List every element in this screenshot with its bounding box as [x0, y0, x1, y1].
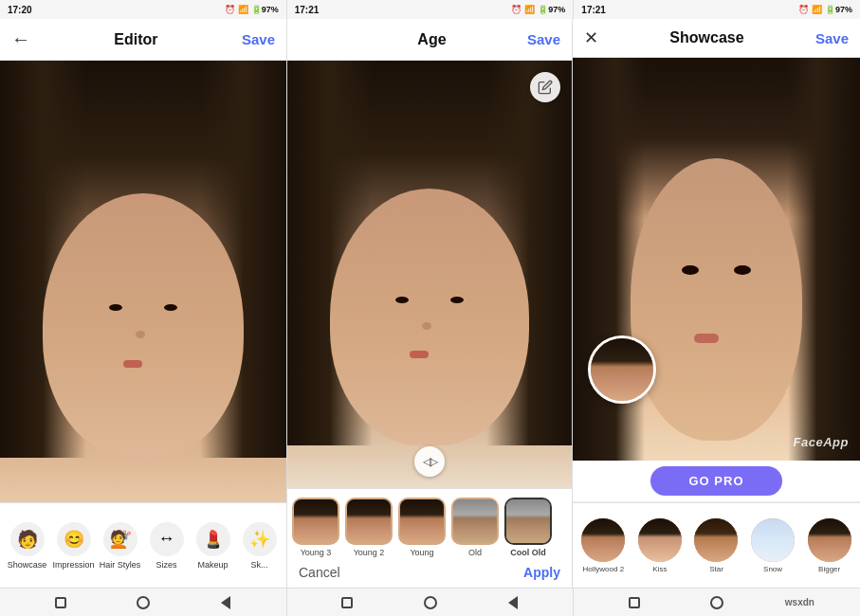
circle-nav-left[interactable]: [136, 595, 151, 610]
filter-young3-thumb: [292, 498, 339, 545]
signal-icon: 📶: [238, 5, 248, 14]
filter-star-face: [694, 518, 738, 562]
tool-showcase-label: Showcase: [8, 560, 47, 570]
back-nav-left[interactable]: [218, 595, 233, 610]
filter-snow-thumb: [751, 518, 795, 562]
tool-hair-styles[interactable]: 💇 Hair Styles: [97, 522, 143, 570]
tool-hair-styles-label: Hair Styles: [100, 560, 141, 570]
square-icon-mid: [341, 597, 353, 608]
circle-icon-mid: [424, 596, 437, 609]
filter-hollywood2[interactable]: Hollywood 2: [576, 518, 631, 573]
compare-icon-button[interactable]: ◁▷: [414, 446, 445, 477]
filter-hollywood2-hair: [581, 518, 625, 538]
editor-panel: ← Editor Save 🧑 Showcase: [0, 19, 286, 588]
impression-icon: 😊: [57, 522, 91, 556]
editor-toolbar: 🧑 Showcase 😊 Impression 💇 Hair Styles ↔ …: [0, 502, 286, 588]
filter-star-hair: [694, 518, 738, 538]
filter-old-thumb: [451, 498, 499, 545]
age-nav: Age Save: [287, 19, 572, 61]
square-nav-mid[interactable]: [339, 595, 355, 610]
age-eye-left: [395, 297, 409, 303]
age-save-button[interactable]: Save: [527, 31, 560, 47]
tool-skin-label: Sk...: [250, 560, 267, 570]
showcase-save-button[interactable]: Save: [815, 30, 849, 46]
wsxdn-icon: wsxdn: [785, 597, 814, 607]
age-eye-right: [450, 297, 464, 303]
apply-button[interactable]: Apply: [523, 565, 560, 580]
showcase-icon: 🧑: [10, 522, 45, 556]
filter-hollywood2-face: [581, 518, 625, 562]
main-panels: ← Editor Save 🧑 Showcase: [0, 19, 860, 588]
filter-snow-label: Snow: [763, 565, 782, 573]
filter-young3-hair: [294, 499, 338, 519]
hair-styles-icon: 💇: [103, 522, 137, 556]
filter-bigger-face: [808, 518, 851, 562]
cancel-button[interactable]: Cancel: [299, 565, 340, 580]
tool-skin[interactable]: ✨ Sk...: [236, 522, 283, 570]
filter-star-label: Star: [709, 565, 723, 573]
go-pro-section: GO PRO: [573, 461, 860, 502]
filter-hollywood2-label: Hollywood 2: [583, 565, 625, 573]
age-filter-strip: Young 3 Young 2: [287, 488, 572, 588]
battery-icon: 🔋97%: [251, 5, 279, 14]
filter-young-label: Young: [410, 548, 433, 557]
square-nav-right[interactable]: [627, 595, 642, 610]
square-nav-left[interactable]: [53, 595, 68, 610]
showcase-nav: ✕ Showcase Save: [573, 19, 860, 58]
nose: [136, 331, 145, 338]
age-lips: [410, 351, 429, 358]
filter-young-thumb: [398, 498, 446, 545]
filter-hollywood2-thumb: [581, 518, 625, 562]
filter-young3-face: [294, 499, 338, 543]
showcase-photo-area: FaceApp: [573, 58, 860, 461]
before-photo-circle: [588, 335, 656, 404]
filter-kiss[interactable]: Kiss: [633, 518, 687, 573]
filter-star-thumb: [694, 518, 738, 562]
age-nose: [422, 322, 431, 330]
filter-young3[interactable]: Young 3: [291, 498, 340, 557]
filter-cool-old-thumb: [504, 498, 552, 545]
close-button[interactable]: ✕: [584, 27, 598, 48]
filter-bigger[interactable]: Bigger: [802, 518, 856, 573]
tool-sizes-label: Sizes: [156, 560, 176, 570]
tool-sizes[interactable]: ↔ Sizes: [143, 522, 190, 570]
editor-save-button[interactable]: Save: [242, 31, 275, 47]
filter-young[interactable]: Young: [397, 498, 447, 557]
showcase-filters-strip: Hollywood 2 Kiss: [573, 502, 860, 588]
status-icons-left: ⏰ 📶 🔋97%: [225, 5, 279, 14]
back-button[interactable]: ←: [11, 28, 30, 50]
wsxdn-nav[interactable]: wsxdn: [792, 595, 807, 610]
age-actions: Cancel Apply: [287, 561, 572, 588]
tool-impression[interactable]: 😊 Impression: [50, 522, 97, 570]
battery-icon-right: 🔋97%: [825, 5, 852, 14]
filter-old[interactable]: Old: [450, 498, 500, 557]
status-bar-right: 17:21 ⏰ 📶 🔋97%: [574, 0, 860, 19]
alarm-icon-right: ⏰: [798, 5, 809, 14]
status-icons-right: ⏰ 📶 🔋97%: [798, 5, 852, 14]
filter-cool-old[interactable]: Cool Old: [503, 498, 553, 557]
filter-old-face: [453, 499, 497, 543]
faceapp-watermark: FaceApp: [794, 435, 849, 449]
age-title: Age: [417, 31, 446, 48]
square-icon: [55, 597, 66, 608]
tool-showcase[interactable]: 🧑 Showcase: [4, 522, 50, 570]
filter-kiss-label: Kiss: [652, 565, 667, 573]
tool-makeup[interactable]: 💄 Makeup: [190, 522, 236, 570]
showcase-panel: ✕ Showcase Save: [573, 19, 860, 588]
showcase-eye-left: [682, 265, 699, 275]
lips: [123, 360, 142, 368]
showcase-lips: [694, 334, 719, 343]
circle-nav-right[interactable]: [709, 595, 724, 610]
filter-young2[interactable]: Young 2: [344, 498, 393, 557]
battery-icon-mid: 🔋97%: [538, 5, 565, 14]
filter-snow[interactable]: Snow: [746, 518, 800, 573]
back-nav-mid[interactable]: [505, 595, 521, 610]
filter-bigger-hair: [808, 518, 851, 538]
filter-star[interactable]: Star: [689, 518, 743, 573]
edit-icon-button[interactable]: [530, 72, 560, 102]
circle-nav-mid[interactable]: [423, 595, 438, 610]
signal-icon-mid: 📶: [524, 5, 535, 14]
triangle-icon: [221, 596, 230, 609]
skin-icon: ✨: [243, 522, 277, 556]
go-pro-button[interactable]: GO PRO: [650, 466, 781, 496]
